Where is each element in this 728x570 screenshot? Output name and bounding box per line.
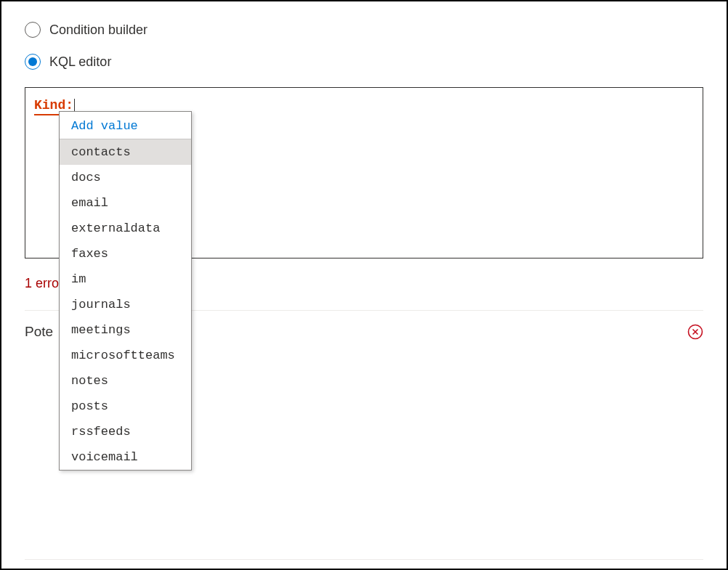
autocomplete-item-faxes[interactable]: faxes [60, 241, 191, 266]
autocomplete-item-voicemail[interactable]: voicemail [60, 444, 191, 470]
autocomplete-item-notes[interactable]: notes [60, 368, 191, 394]
autocomplete-item-im[interactable]: im [60, 266, 191, 292]
radio-condition-builder[interactable]: Condition builder [25, 22, 703, 38]
bottom-section-divider [25, 559, 703, 560]
radio-label-condition-builder: Condition builder [49, 23, 147, 38]
autocomplete-item-contacts[interactable]: contacts [60, 139, 191, 165]
radio-circle-unselected [25, 22, 41, 38]
autocomplete-item-email[interactable]: email [60, 190, 191, 216]
radio-label-kql-editor: KQL editor [49, 54, 111, 70]
radio-circle-selected [25, 54, 41, 70]
autocomplete-item-meetings[interactable]: meetings [60, 317, 191, 343]
autocomplete-item-microsoftteams[interactable]: microsoftteams [60, 343, 191, 368]
kql-editor-textarea[interactable]: Kind: Add value contactsdocsemailexterna… [25, 87, 703, 258]
editor-mode-radio-group: Condition builder KQL editor [25, 22, 703, 70]
autocomplete-item-journals[interactable]: journals [60, 292, 191, 317]
autocomplete-header: Add value [60, 112, 191, 139]
close-icon[interactable] [687, 324, 703, 340]
text-cursor [74, 99, 75, 112]
autocomplete-dropdown: Add value contactsdocsemailexternaldataf… [59, 111, 192, 471]
autocomplete-item-posts[interactable]: posts [60, 394, 191, 419]
radio-dot [28, 57, 37, 66]
autocomplete-item-rssfeeds[interactable]: rssfeeds [60, 419, 191, 444]
autocomplete-item-externaldata[interactable]: externaldata [60, 216, 191, 241]
potential-label: Pote [25, 324, 53, 340]
autocomplete-item-docs[interactable]: docs [60, 165, 191, 190]
radio-kql-editor[interactable]: KQL editor [25, 54, 703, 70]
